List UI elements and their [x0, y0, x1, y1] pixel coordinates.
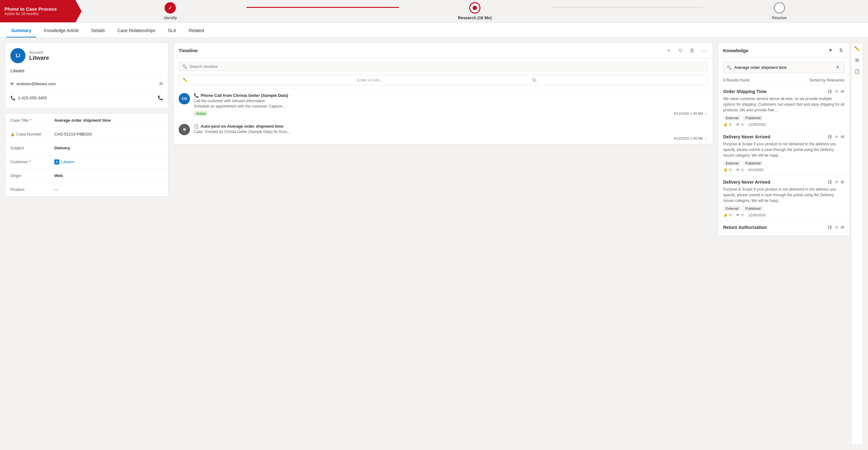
phone-value: 1-425-555-3455: [18, 95, 47, 100]
tab-sla[interactable]: SLA: [163, 24, 181, 37]
article-share-icon-0[interactable]: ↗: [834, 89, 838, 94]
tab-summary[interactable]: Summary: [6, 24, 36, 37]
process-steps: ✓ Identify Research (16 Mo) Resolve: [82, 2, 868, 20]
expand-icon-1[interactable]: ⌄: [705, 136, 708, 140]
timeline-actions: ＋ ▽ ☰ ⋯: [665, 47, 708, 54]
knowledge-clear-button[interactable]: ✕: [834, 64, 841, 71]
like-icon-2: 👍: [723, 213, 727, 217]
article-email-icon-2[interactable]: ✉: [841, 179, 844, 185]
knowledge-article-3: Return Authorization ⛓ ↗ ✉: [718, 221, 849, 235]
process-step-resolve[interactable]: Resolve: [703, 2, 856, 20]
search-icon: 🔍: [182, 64, 187, 69]
account-card: Li Account Litware Litware ✉ andrewr@lit…: [5, 43, 168, 108]
article-share-icon-2[interactable]: ↗: [834, 179, 838, 185]
timeline-more-button[interactable]: ⋯: [700, 47, 708, 54]
article-title-1[interactable]: Delivery Never Arrived: [723, 134, 770, 139]
timeline-header: Timeline ＋ ▽ ☰ ⋯: [174, 43, 713, 58]
article-link-icon-1[interactable]: ⛓: [828, 134, 832, 139]
phone-icon: 📞: [10, 95, 16, 100]
attachment-icon[interactable]: 📎: [532, 78, 704, 82]
timeline-add-button[interactable]: ＋: [665, 47, 672, 54]
article-date-0: 12/30/2020: [748, 123, 765, 126]
like-icon-0: 👍: [723, 122, 727, 126]
step-circle-identify: ✓: [164, 2, 176, 13]
expand-icon-0[interactable]: ⌄: [705, 111, 708, 115]
like-count-1: 0: [730, 168, 732, 172]
value-origin[interactable]: Web: [54, 173, 163, 178]
tab-related[interactable]: Related: [184, 24, 209, 37]
article-desc-2: Purpose & Scope If your product is not d…: [723, 187, 844, 203]
article-title-3[interactable]: Return Authorization: [723, 225, 767, 230]
timeline-body-1: 📋 Auto-post on Average order shipment ti…: [194, 124, 708, 141]
process-step-identify[interactable]: ✓ Identify: [94, 2, 247, 20]
timeline-item-0: CG 📞 Phone Call from Christa Geller (Sam…: [174, 89, 713, 120]
case-form: Case Title * Average order shipment time…: [5, 113, 168, 197]
avatar: Li: [10, 48, 25, 63]
article-share-icon-3[interactable]: ↗: [834, 225, 838, 230]
process-bar: Phone to Case Process Active for 16 mont…: [0, 0, 868, 23]
form-row-case-number: 🔒 Case Number CAS-01213-P8B3X0: [5, 128, 168, 141]
tab-knowledge-article[interactable]: Knowledge Article: [39, 24, 84, 37]
right-panel: Knowledge ▼ ⇅ 🔍 ✕ 6 Results found Sorted…: [718, 43, 850, 445]
side-edit-button[interactable]: ✏️: [851, 43, 863, 54]
article-email-icon-1[interactable]: ✉: [841, 134, 844, 139]
label-product: Product: [10, 187, 54, 192]
sorted-by: Sorted by Relevance: [810, 78, 844, 82]
form-row-subject: Subject Delivery: [5, 141, 168, 155]
tab-case-relationships[interactable]: Case Relationships: [113, 24, 160, 37]
article-date-2: 12/30/2020: [748, 213, 765, 217]
article-link-icon-0[interactable]: ⛓: [828, 89, 832, 94]
email-compose-icon[interactable]: ✉: [159, 81, 163, 86]
process-header: Phone to Case Process Active for 16 mont…: [0, 0, 75, 22]
main-content: Li Account Litware Litware ✉ andrewr@lit…: [0, 38, 868, 450]
knowledge-header: Knowledge ▼ ⇅: [718, 43, 849, 58]
value-customer[interactable]: ⊞ Litware: [54, 160, 163, 165]
post-icon-1: 📋: [194, 124, 199, 129]
value-subject[interactable]: Delivery: [54, 146, 163, 150]
article-email-icon-0[interactable]: ✉: [841, 89, 844, 94]
note-placeholder[interactable]: Enter a note...: [357, 78, 529, 82]
step-circle-research: [469, 2, 480, 13]
article-email-icon-3[interactable]: ✉: [841, 225, 844, 230]
email-value: andrewr@litware.com: [16, 81, 56, 86]
timeline-body-0: 📞 Phone Call from Christa Geller (Sample…: [194, 93, 708, 116]
account-name: Litware: [29, 55, 49, 61]
badge-active-0: Active: [194, 111, 208, 116]
side-buttons: ✏️ ⊞ 📋: [851, 43, 863, 445]
article-link-icon-2[interactable]: ⛓: [828, 179, 832, 185]
timeline-item-title-0[interactable]: Phone Call from Christa Geller (Sample D…: [201, 93, 288, 98]
account-sub-name: Litware: [10, 67, 163, 75]
article-link-icon-3[interactable]: ⛓: [828, 225, 832, 230]
article-desc-0: We value customer service above all else…: [723, 96, 844, 113]
timeline-avatar-0: CG: [179, 93, 190, 104]
article-title-2[interactable]: Delivery Never Arrived: [723, 179, 770, 185]
timeline-filter-button[interactable]: ▽: [677, 47, 684, 54]
results-count: 6 Results found: [723, 78, 749, 82]
article-title-0[interactable]: Order Shipping Time: [723, 89, 767, 94]
tag-external-0: External: [723, 115, 741, 120]
knowledge-article-2: Delivery Never Arrived ⛓ ↗ ✉ Purpose & S…: [718, 175, 849, 221]
knowledge-results-info: 6 Results found Sorted by Relevance: [718, 77, 849, 85]
value-case-number: CAS-01213-P8B3X0: [54, 132, 163, 137]
tabs-bar: Summary Knowledge Article Details Case R…: [0, 23, 868, 38]
timeline-item-title-1[interactable]: Auto-post on Average order shipment time: [201, 124, 283, 129]
timeline-date-1: 4/12/2020 1:48 AM: [674, 137, 703, 140]
email-row: ✉ andrewr@litware.com ✉: [10, 78, 163, 89]
value-product[interactable]: ---: [54, 187, 163, 192]
view-icon-1: 👁: [736, 168, 740, 172]
side-grid-button[interactable]: ⊞: [851, 54, 863, 66]
knowledge-search-input[interactable]: [734, 65, 832, 70]
timeline-list-button[interactable]: ☰: [689, 47, 695, 54]
process-step-research[interactable]: Research (16 Mo): [399, 2, 551, 20]
knowledge-sort-button[interactable]: ⇅: [838, 47, 844, 54]
process-title: Phone to Case Process: [4, 6, 71, 11]
form-row-product: Product ---: [5, 183, 168, 197]
timeline-search-input[interactable]: [190, 64, 704, 69]
phone-call-icon[interactable]: 📞: [158, 95, 163, 100]
value-case-title[interactable]: Average order shipment time: [54, 118, 163, 123]
article-share-icon-1[interactable]: ↗: [834, 134, 838, 139]
knowledge-filter-button[interactable]: ▼: [827, 47, 834, 54]
tab-details[interactable]: Details: [86, 24, 110, 37]
view-icon-2: 👁: [736, 213, 740, 217]
side-clipboard-button[interactable]: 📋: [851, 66, 863, 77]
